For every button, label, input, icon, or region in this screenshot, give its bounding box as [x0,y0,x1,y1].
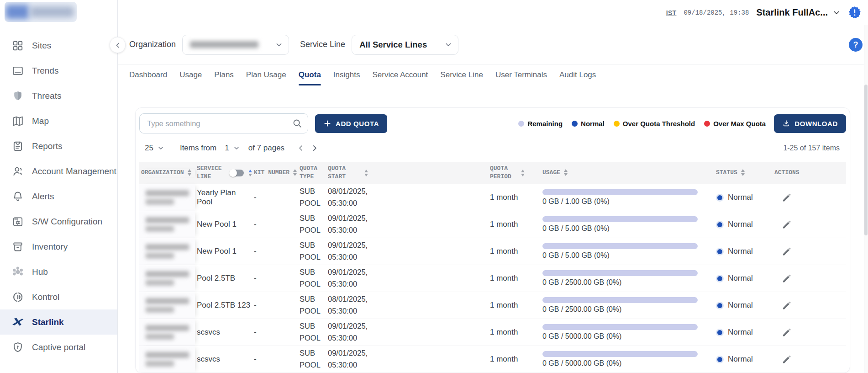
service-line-select[interactable]: All Service Lines [352,35,458,55]
sidebar-item-alerts[interactable]: Alerts [0,184,117,209]
edit-button[interactable] [781,299,793,311]
column-header-service-line[interactable]: SERVICE LINE [195,165,252,181]
edit-button[interactable] [781,245,793,257]
legend-dot [614,121,620,127]
column-header-organization[interactable]: ORGANIZATION [139,169,195,177]
page-select[interactable]: 1 [225,144,240,153]
cell-kit-number: - [252,274,298,283]
sidebar-item-sites[interactable]: Sites [0,33,117,58]
tab-service-account[interactable]: Service Account [372,64,428,85]
organization-select[interactable] [182,35,289,55]
sidebar-item-sw-configuration[interactable]: S/W Configuration [0,209,117,234]
service-line-label: Service Line [300,40,345,49]
tab-plans[interactable]: Plans [214,64,234,85]
sort-icon[interactable] [188,169,191,176]
sidebar-item-hub[interactable]: Hub [0,259,117,284]
organization-value-redacted [190,41,258,48]
sort-icon[interactable] [741,169,745,176]
edit-button[interactable] [781,272,793,284]
kontrol-icon [12,291,24,303]
tab-usage[interactable]: Usage [179,64,202,85]
monitor-icon [12,65,24,77]
cell-quota-start: 09/01/2025, 05:30:00 [326,213,383,236]
table-row: Pool 2.5TB - SUB POOL 09/01/2025, 05:30:… [139,265,846,292]
cell-organization-redacted [139,211,195,238]
usage-progress-bar [542,243,698,249]
sidebar-item-account-management[interactable]: Account Management [0,159,117,184]
prev-page-button[interactable] [296,144,305,153]
usage-text: 0 GB / 5000.00 GB (0%) [542,359,714,368]
sidebar-item-kontrol[interactable]: Kontrol [0,284,117,309]
cell-kit-number: - [252,220,298,229]
edit-button[interactable] [781,326,793,338]
cell-quota-start: 09/01/2025, 05:30:00 [326,320,383,344]
edit-button[interactable] [781,218,793,230]
tab-dashboard[interactable]: Dashboard [129,64,167,85]
sidebar-item-starlink[interactable]: Starlink [0,309,117,335]
edit-button[interactable] [781,353,793,365]
page-size-select[interactable]: 25 [145,144,164,153]
cell-usage: 0 GB / 5.00 GB (0%) [541,216,714,233]
column-header-kit-number[interactable]: KIT NUMBER [252,169,298,177]
column-header-usage[interactable]: USAGE [541,169,714,177]
quota-card: ADD QUOTA Remaining Normal Over Quota Th… [135,107,850,373]
legend-dot [518,121,524,127]
cell-quota-period: 1 month [488,301,541,310]
sidebar-item-captive-portal[interactable]: Captive portal [0,335,117,360]
usage-text: 0 GB / 2500.00 GB (0%) [542,278,714,287]
map-icon [12,115,24,127]
sort-icon[interactable] [521,170,525,176]
cell-usage: 0 GB / 5000.00 GB (0%) [541,324,714,341]
filters-row: Organization Service Line All Service Li… [118,25,868,64]
sort-icon[interactable] [364,170,368,176]
scrollbar-thumb[interactable] [864,85,868,235]
sidebar-collapse-button[interactable] [110,37,126,53]
help-button[interactable]: ? [849,38,863,52]
tab-user-terminals[interactable]: User Terminals [495,64,547,85]
column-header-quota-period[interactable]: QUOTA PERIOD [488,165,541,181]
status-label: Normal [728,301,753,310]
edit-button[interactable] [781,192,793,203]
search-input[interactable] [147,119,292,128]
service-line-toggle[interactable] [230,170,244,176]
chevron-right-icon [310,144,319,153]
sort-icon[interactable] [293,169,297,176]
sidebar-item-inventory[interactable]: Inventory [0,234,117,259]
status-dot-icon [716,329,724,336]
sidebar-item-reports[interactable]: Reports [0,133,117,159]
sort-icon[interactable] [564,169,568,176]
tab-audit-logs[interactable]: Audit Logs [559,64,596,85]
account-dropdown[interactable]: Starlink FullAc... [756,7,841,18]
bell-icon [12,191,24,202]
cell-service-line: Yearly Plan Pool [195,188,252,207]
add-quota-button[interactable]: ADD QUOTA [315,114,387,133]
notification-badge-icon[interactable] [848,6,862,20]
cell-actions [773,299,847,311]
cell-status: Normal [714,220,773,229]
column-header-quota-start[interactable]: QUOTA START [326,165,488,181]
tab-quota[interactable]: Quota [299,64,321,85]
sort-icon[interactable] [248,170,252,176]
pencil-icon [781,272,793,284]
sidebar-item-trends[interactable]: Trends [0,58,117,83]
sidebar-item-threats[interactable]: Threats [0,83,117,108]
table-row: New Pool 1 - SUB POOL 09/01/2025, 05:30:… [139,211,846,238]
timezone-label: IST [666,9,677,16]
column-header-status[interactable]: STATUS [714,169,773,177]
cell-usage: 0 GB / 2500.00 GB (0%) [541,270,714,287]
column-header-quota-type: QUOTA TYPE [298,165,326,181]
tab-plan-usage[interactable]: Plan Usage [246,64,286,85]
next-page-button[interactable] [310,144,319,153]
cell-status: Normal [714,301,773,310]
quota-table: ORGANIZATION SERVICE LINE KIT NUMBER QUO… [139,162,846,373]
tab-insights[interactable]: Insights [333,64,360,85]
download-button[interactable]: DOWNLOAD [774,114,846,133]
cell-quota-type: SUB POOL [298,240,326,263]
search-icon[interactable] [292,118,302,128]
cell-kit-number: - [252,301,298,310]
sidebar-item-map[interactable]: Map [0,108,117,133]
cell-organization-redacted [139,346,195,373]
usage-text: 0 GB / 5000.00 GB (0%) [542,332,714,341]
shield-lock-icon [12,341,24,353]
tab-service-line[interactable]: Service Line [440,64,483,85]
